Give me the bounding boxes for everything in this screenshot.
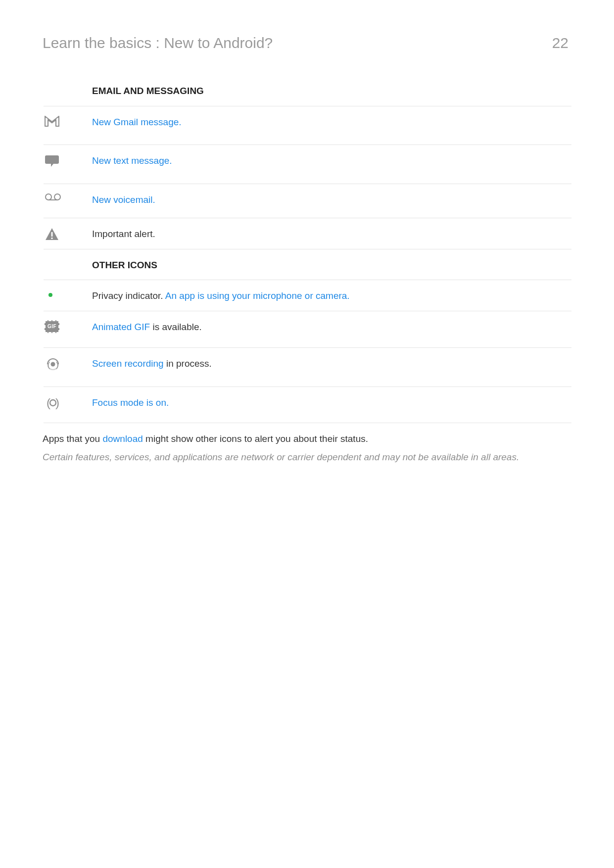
page: Learn the basics : New to Android? 22 EM… — [0, 0, 614, 868]
download-link[interactable]: download — [102, 434, 142, 444]
disclaimer-text: Certain features, services, and applicat… — [43, 451, 571, 464]
section-heading-row: EMAIL AND MESSAGING — [44, 75, 571, 106]
svg-point-0 — [46, 194, 51, 200]
gif-suffix: is available. — [150, 322, 202, 332]
icon-cell: GIF — [44, 319, 92, 333]
screen-recording-suffix: in process. — [164, 358, 212, 369]
svg-point-1 — [54, 194, 60, 200]
row-text: New text message. — [92, 153, 571, 168]
row-text: Animated GIF is available. — [92, 319, 571, 334]
chat-bubble-icon — [45, 154, 59, 168]
voicemail-icon — [45, 193, 61, 201]
icon-cell — [44, 114, 92, 127]
voicemail-link[interactable]: New voicemail. — [92, 194, 155, 205]
section-heading-row: OTHER ICONS — [44, 249, 571, 281]
gmail-link[interactable]: New Gmail message. — [92, 117, 182, 127]
svg-rect-4 — [51, 238, 53, 239]
privacy-prefix: Privacy indicator. — [92, 290, 165, 301]
gmail-icon — [45, 115, 59, 127]
screen-recording-link[interactable]: Screen recording — [92, 358, 164, 369]
page-number: 22 — [552, 35, 568, 51]
table-row: GIF Animated GIF is available. — [44, 311, 571, 348]
svg-text:): ) — [56, 361, 58, 369]
table-row: Important alert. — [44, 218, 571, 249]
footer-suffix: might show other icons to alert you abou… — [143, 434, 368, 444]
footer-prefix: Apps that you — [43, 434, 102, 444]
table-row: ( ) Focus mode is on. — [44, 387, 571, 423]
table-row: Privacy indicator. An app is using your … — [44, 280, 571, 311]
breadcrumb: Learn the basics : New to Android? — [43, 35, 273, 51]
icon-cell — [44, 226, 92, 241]
svg-point-7 — [51, 362, 55, 367]
svg-text:(: ( — [47, 361, 50, 369]
row-text: Important alert. — [92, 226, 571, 241]
section-title-email: EMAIL AND MESSAGING — [92, 83, 571, 98]
icon-cell — [44, 192, 92, 201]
empty-icon-cell — [44, 257, 92, 258]
icon-cell — [44, 288, 92, 297]
gif-icon: GIF — [45, 320, 59, 333]
svg-text:): ) — [55, 396, 59, 409]
privacy-link[interactable]: An app is using your microphone or camer… — [165, 290, 350, 301]
icon-cell: ( ) — [44, 356, 92, 372]
row-text: New voicemail. — [92, 192, 571, 207]
content-table: EMAIL AND MESSAGING New Gmail message. — [44, 75, 571, 423]
section-title-other: OTHER ICONS — [92, 257, 571, 272]
icon-cell: ( ) — [44, 395, 92, 410]
table-row: New text message. — [44, 145, 571, 184]
row-text: New Gmail message. — [92, 114, 571, 129]
row-text: Privacy indicator. An app is using your … — [92, 288, 571, 303]
table-row: New voicemail. — [44, 184, 571, 218]
empty-icon-cell — [44, 83, 92, 84]
table-row: New Gmail message. — [44, 106, 571, 145]
focus-mode-link[interactable]: Focus mode is on. — [92, 397, 169, 408]
screen-recording-icon: ( ) — [45, 357, 61, 372]
privacy-dot-icon — [48, 293, 52, 297]
icon-cell — [44, 153, 92, 168]
row-text: Screen recording in process. — [92, 356, 571, 371]
alert-triangle-icon — [45, 227, 59, 241]
page-header: Learn the basics : New to Android? 22 — [43, 35, 571, 51]
gif-link[interactable]: Animated GIF — [92, 322, 150, 332]
svg-rect-3 — [51, 232, 53, 237]
focus-mode-icon: ( ) — [45, 396, 61, 410]
footer-paragraph: Apps that you download might show other … — [43, 432, 571, 446]
text-message-link[interactable]: New text message. — [92, 155, 172, 166]
row-text: Focus mode is on. — [92, 395, 571, 410]
table-row: ( ) Screen recording in process. — [44, 348, 571, 387]
